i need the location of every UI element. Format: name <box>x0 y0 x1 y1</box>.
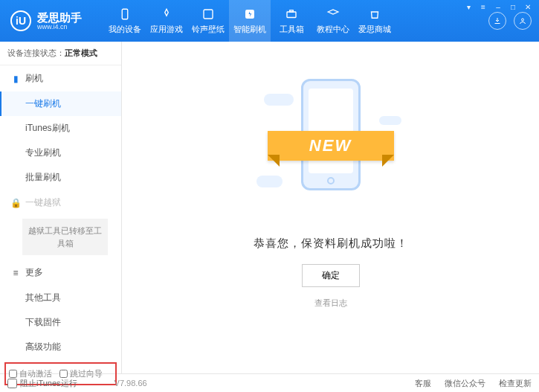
nav-label: 应用游戏 <box>150 24 183 35</box>
version-label: V7.98.66 <box>114 379 147 388</box>
sidebar-item-one-key-flash[interactable]: 一键刷机 <box>0 91 121 116</box>
tutorial-icon <box>326 7 340 22</box>
connection-status: 设备连接状态：正常模式 <box>0 42 121 65</box>
ok-button[interactable]: 确定 <box>302 264 360 287</box>
toolbox-icon <box>284 7 299 22</box>
nav-label: 教程中心 <box>317 24 349 35</box>
flash-icon <box>242 7 257 22</box>
new-badge: NEW <box>268 131 394 161</box>
view-log-link[interactable]: 查看日志 <box>314 298 347 309</box>
nav-toolbox[interactable]: 工具箱 <box>271 0 312 42</box>
titlebar: iU 爱思助手 www.i4.cn 我的设备 应用游戏 铃声壁纸 智能刷机 工具… <box>0 0 539 42</box>
lock-icon: 🔒 <box>10 198 21 208</box>
device-icon <box>117 7 132 22</box>
device-info[interactable]: ▯ iPhone 15 Pro Max 512GB iPhone <box>0 388 121 392</box>
nav-shop[interactable]: 爱思商城 <box>354 0 396 42</box>
settings-menu-icon[interactable]: ▾ <box>463 3 474 11</box>
footer-check-update[interactable]: 检查更新 <box>499 378 532 389</box>
main-content: NEW 恭喜您，保资料刷机成功啦！ 确定 查看日志 <box>122 42 539 373</box>
maximize-icon[interactable]: □ <box>508 3 518 11</box>
sidebar-item-download-firmware[interactable]: 下载固件 <box>0 310 121 335</box>
section-jailbreak: 🔒 一键越狱 <box>0 190 121 216</box>
nav-ringtones[interactable]: 铃声壁纸 <box>187 0 229 42</box>
nav-label: 我的设备 <box>109 24 141 35</box>
download-button[interactable] <box>488 12 506 30</box>
close-icon[interactable]: ✕ <box>523 3 533 11</box>
svg-rect-1 <box>204 10 213 19</box>
nav-label: 铃声壁纸 <box>192 24 225 35</box>
section-more[interactable]: ≡ 更多 <box>0 260 121 286</box>
success-message: 恭喜您，保资料刷机成功啦！ <box>254 237 408 251</box>
svg-point-5 <box>522 19 524 21</box>
success-illustration: NEW <box>271 79 390 220</box>
nav-smart-flash[interactable]: 智能刷机 <box>229 0 271 42</box>
list-icon[interactable]: ≡ <box>478 3 488 11</box>
nav-apps-games[interactable]: 应用游戏 <box>146 0 187 42</box>
more-icon: ≡ <box>10 268 21 278</box>
nav-tutorials[interactable]: 教程中心 <box>312 0 354 42</box>
shop-icon <box>367 7 382 22</box>
wallpaper-icon <box>201 7 216 22</box>
apps-icon <box>159 7 174 22</box>
nav-label: 工具箱 <box>280 24 304 35</box>
svg-rect-4 <box>290 10 294 12</box>
nav-label: 爱思商城 <box>358 24 391 35</box>
checkbox-block-itunes[interactable]: 阻止iTunes运行 <box>7 378 77 389</box>
svg-rect-3 <box>287 12 296 18</box>
app-logo: iU 爱思助手 www.i4.cn <box>0 10 104 31</box>
nav-my-device[interactable]: 我的设备 <box>104 0 146 42</box>
section-flash[interactable]: ▮ 刷机 <box>0 65 121 91</box>
nav-label: 智能刷机 <box>233 24 266 35</box>
app-title: 爱思助手 <box>37 12 82 23</box>
jailbreak-migrated-notice: 越狱工具已转移至工具箱 <box>22 219 108 255</box>
sidebar-item-itunes-flash[interactable]: iTunes刷机 <box>0 116 121 141</box>
sidebar-item-advanced[interactable]: 高级功能 <box>0 335 121 359</box>
logo-icon: iU <box>10 10 31 31</box>
minimize-icon[interactable]: – <box>493 3 503 11</box>
sidebar-item-batch-flash[interactable]: 批量刷机 <box>0 165 121 190</box>
footer-wechat[interactable]: 微信公众号 <box>445 378 485 389</box>
main-nav: 我的设备 应用游戏 铃声壁纸 智能刷机 工具箱 教程中心 爱思商城 <box>104 0 488 42</box>
sidebar-item-pro-flash[interactable]: 专业刷机 <box>0 141 121 165</box>
sidebar: 设备连接状态：正常模式 ▮ 刷机 一键刷机 iTunes刷机 专业刷机 批量刷机… <box>0 42 122 373</box>
app-subtitle: www.i4.cn <box>37 23 82 30</box>
sidebar-item-other-tools[interactable]: 其他工具 <box>0 286 121 310</box>
footer-support[interactable]: 客服 <box>415 378 431 389</box>
user-button[interactable] <box>514 12 532 30</box>
phone-icon: ▮ <box>10 74 21 84</box>
svg-rect-0 <box>122 9 128 19</box>
